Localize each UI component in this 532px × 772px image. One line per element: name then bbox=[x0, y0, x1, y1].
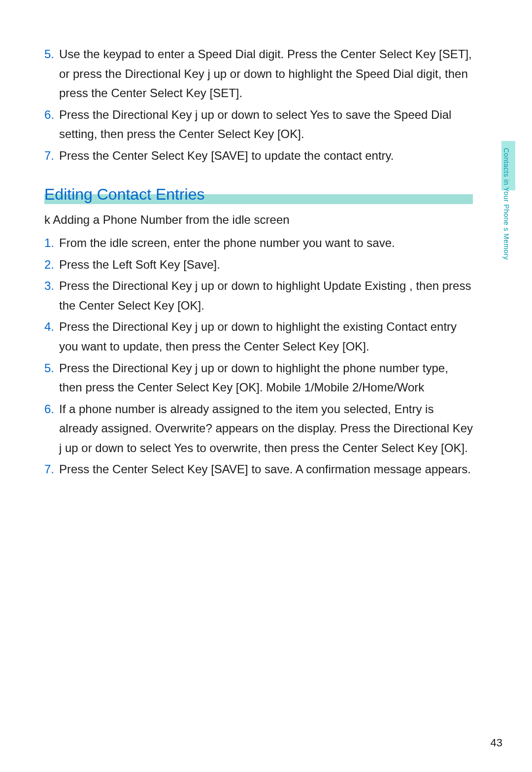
subheading: k Adding a Phone Number from the idle sc… bbox=[44, 211, 473, 229]
list-number: 4. bbox=[44, 317, 59, 356]
list-text: From the idle screen, enter the phone nu… bbox=[59, 233, 473, 253]
list-number: 7. bbox=[44, 146, 59, 166]
list-number: 5. bbox=[44, 358, 59, 397]
list-number: 7. bbox=[44, 459, 59, 479]
list-item: 2. Press the Left Soft Key [Save]. bbox=[44, 255, 473, 275]
list-number: 5. bbox=[44, 44, 59, 103]
list-item: 5. Press the Directional Key j up or dow… bbox=[44, 358, 473, 397]
list-text: Use the keypad to enter a Speed Dial dig… bbox=[59, 44, 473, 103]
list-item: 7. Press the Center Select Key [SAVE] to… bbox=[44, 459, 473, 479]
list-text: Press the Directional Key j up or down t… bbox=[59, 105, 473, 144]
list-number: 2. bbox=[44, 255, 59, 275]
list-item: 5. Use the keypad to enter a Speed Dial … bbox=[44, 44, 473, 103]
section-heading: Editing Contact Entries bbox=[44, 185, 473, 204]
list-text: Press the Directional Key j up or down t… bbox=[59, 358, 473, 397]
list-text: Press the Center Select Key [SAVE] to up… bbox=[59, 146, 473, 166]
list-item: 6. Press the Directional Key j up or dow… bbox=[44, 105, 473, 144]
bottom-ordered-list: 1. From the idle screen, enter the phone… bbox=[44, 233, 473, 479]
page-number: 43 bbox=[491, 737, 502, 749]
list-item: 4. Press the Directional Key j up or dow… bbox=[44, 317, 473, 356]
top-ordered-list: 5. Use the keypad to enter a Speed Dial … bbox=[44, 44, 473, 166]
list-number: 6. bbox=[44, 105, 59, 144]
list-item: 6. If a phone number is already assigned… bbox=[44, 399, 473, 458]
section-heading-wrap: Editing Contact Entries bbox=[44, 185, 473, 204]
list-text: Press the Center Select Key [SAVE] to sa… bbox=[59, 459, 473, 479]
page-content: 5. Use the keypad to enter a Speed Dial … bbox=[44, 44, 473, 479]
list-text: Press the Directional Key j up or down t… bbox=[59, 276, 473, 315]
list-item: 7. Press the Center Select Key [SAVE] to… bbox=[44, 146, 473, 166]
list-number: 1. bbox=[44, 233, 59, 253]
list-text: If a phone number is already assigned to… bbox=[59, 399, 473, 458]
list-item: 3. Press the Directional Key j up or dow… bbox=[44, 276, 473, 315]
list-item: 1. From the idle screen, enter the phone… bbox=[44, 233, 473, 253]
side-tab-label: Contacts in Your Phone s Memory bbox=[500, 143, 512, 265]
list-number: 6. bbox=[44, 399, 59, 458]
list-number: 3. bbox=[44, 276, 59, 315]
list-text: Press the Left Soft Key [Save]. bbox=[59, 255, 473, 275]
list-text: Press the Directional Key j up or down t… bbox=[59, 317, 473, 356]
